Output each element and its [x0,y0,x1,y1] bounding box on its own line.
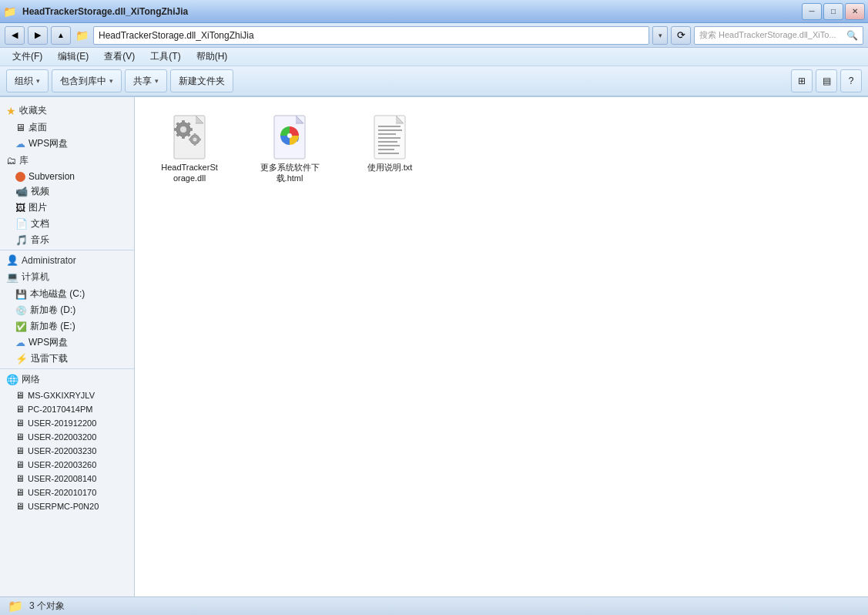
sidebar-item-documents[interactable]: 📄 文档 [0,216,134,232]
pictures-icon: 🖼 [15,202,25,213]
sidebar-divider-2 [0,368,134,369]
sidebar-admin-label: Administrator [22,255,76,266]
network-computer-icon-2: 🖥 [15,404,25,415]
file-item-dll[interactable]: HeadTrackerStorage.dll [147,109,232,187]
sidebar-item-network-6[interactable]: 🖥 USER-202003260 [0,458,134,472]
sidebar-item-network-7[interactable]: 🖥 USER-202008140 [0,472,134,486]
address-folder-icon: 📁 [75,29,89,42]
sidebar-videos-label: 视频 [31,185,49,198]
music-icon: 🎵 [15,234,28,246]
minimize-button[interactable]: ─ [802,3,822,20]
sidebar-item-subversion[interactable]: Subversion [0,170,134,183]
sidebar-thunder-label: 迅雷下载 [31,352,68,365]
statusbar-count: 3 个对象 [29,600,65,613]
sidebar-disk-d-label: 新加卷 (D:) [30,304,75,317]
svg-rect-5 [174,128,178,131]
sidebar-item-videos[interactable]: 📹 视频 [0,183,134,200]
sidebar-item-network-4[interactable]: 🖥 USER-202003200 [0,430,134,444]
search-bar[interactable]: 搜索 HeadTrackerStorage.dll_XiTo... 🔍 [694,26,863,45]
sidebar-item-disk-e[interactable]: ✅ 新加卷 (E:) [0,318,134,334]
include-library-button[interactable]: 包含到库中 ▾ [52,69,122,92]
star-icon: ★ [6,105,16,117]
file-item-html[interactable]: 更多系统软件下载.html [247,109,332,187]
thunder-icon: ⚡ [15,353,28,365]
titlebar-left: 📁 HeadTrackerStorage.dll_XiTongZhiJia [3,5,188,18]
svg-rect-3 [182,120,185,124]
sidebar-network-9-label: USERPMC-P0N20 [28,502,99,511]
sidebar-item-pictures[interactable]: 🖼 图片 [0,200,134,216]
sidebar-item-network-3[interactable]: 🖥 USER-201912200 [0,416,134,430]
sidebar-favorites-label: 收藏夹 [19,104,47,117]
sidebar-computer-header[interactable]: 💻 计算机 [0,268,134,286]
sidebar-library-header[interactable]: 🗂 库 [0,152,134,170]
sidebar-network-label: 网络 [22,373,40,386]
sidebar-item-wps-cloud[interactable]: ☁ WPS网盘 [0,136,134,152]
titlebar-controls: ─ □ ✕ [802,3,865,20]
view-options-button[interactable]: ⊞ [791,69,813,92]
sidebar-item-disk-c[interactable]: 💾 本地磁盘 (C:) [0,286,134,302]
menu-view[interactable]: 查看(V) [98,49,141,65]
sidebar-documents-label: 文档 [31,217,49,230]
share-button[interactable]: 共享 ▾ [125,69,167,92]
organize-button[interactable]: 组织 ▾ [6,69,49,92]
svn-icon [15,172,25,182]
statusbar-folder-icon: 📁 [8,599,23,613]
new-folder-button[interactable]: 新建文件夹 [170,69,233,92]
help-button[interactable]: ? [840,69,862,92]
new-folder-label: 新建文件夹 [179,75,225,88]
address-path[interactable]: HeadTrackerStorage.dll_XiTongZhiJia [93,26,649,45]
statusbar: 📁 3 个对象 [0,597,868,615]
sidebar-item-network-9[interactable]: 🖥 USERPMC-P0N20 [0,499,134,513]
sidebar-pictures-label: 图片 [28,201,47,214]
back-button[interactable]: ◀ [5,26,25,45]
network-computer-icon-1: 🖥 [15,390,25,401]
sidebar-wps-cloud-label: WPS网盘 [28,137,68,150]
sidebar-item-network-5[interactable]: 🖥 USER-202003230 [0,444,134,458]
up-button[interactable]: ▲ [51,26,71,45]
refresh-button[interactable]: ⟳ [671,26,691,45]
desktop-icon: 🖥 [15,122,25,133]
txt-file-label: 使用说明.txt [367,162,413,173]
menu-edit[interactable]: 编辑(E) [52,49,95,65]
file-item-txt[interactable]: 使用说明.txt [347,109,432,176]
toolbar: 组织 ▾ 包含到库中 ▾ 共享 ▾ 新建文件夹 ⊞ ▤ ? [0,66,868,97]
network-computer-icon-8: 🖥 [15,487,25,498]
organize-dropdown-icon: ▾ [36,77,40,85]
sidebar-item-thunder[interactable]: ⚡ 迅雷下载 [0,351,134,367]
titlebar: 📁 HeadTrackerStorage.dll_XiTongZhiJia ─ … [0,0,868,23]
cloud-icon: ☁ [15,138,25,150]
sidebar-network-header[interactable]: 🌐 网络 [0,371,134,388]
view-toggle-button[interactable]: ▤ [816,69,837,92]
sidebar-item-disk-d[interactable]: 💿 新加卷 (D:) [0,302,134,318]
forward-button[interactable]: ▶ [28,26,48,45]
svg-point-12 [193,138,197,142]
sidebar-item-desktop[interactable]: 🖥 桌面 [0,119,134,136]
sidebar-item-wps-cloud2[interactable]: ☁ WPS网盘 [0,334,134,351]
txt-icon-svg [367,113,413,162]
sidebar-network-8-label: USER-202010170 [28,488,96,497]
close-button[interactable]: ✕ [845,3,865,20]
sidebar-administrator-header[interactable]: 👤 Administrator [0,252,134,268]
menu-help[interactable]: 帮助(H) [190,49,234,65]
sidebar-item-network-1[interactable]: 🖥 MS-GXKIXRYJLV [0,388,134,402]
svg-rect-16 [198,139,201,141]
sidebar-item-network-8[interactable]: 🖥 USER-202010170 [0,486,134,499]
address-dropdown-button[interactable]: ▾ [652,26,668,45]
sidebar-item-network-2[interactable]: 🖥 PC-20170414PM [0,402,134,416]
share-dropdown-icon: ▾ [155,77,159,85]
maximize-button[interactable]: □ [823,3,843,20]
include-label: 包含到库中 [60,75,106,88]
menu-tools[interactable]: 工具(T) [144,49,186,65]
menubar: 文件(F) 编辑(E) 查看(V) 工具(T) 帮助(H) [0,48,868,66]
sidebar-item-music[interactable]: 🎵 音乐 [0,232,134,248]
main-area: ★ 收藏夹 🖥 桌面 ☁ WPS网盘 🗂 库 Subversion 📹 视频 [0,97,868,597]
file-content-area: HeadTrackerStorage.dll [135,97,868,597]
sidebar-desktop-label: 桌面 [28,121,47,134]
txt-file-icon [367,113,413,159]
user-icon: 👤 [6,254,18,266]
network-computer-icon-3: 🖥 [15,418,25,428]
sidebar-favorites-header[interactable]: ★ 收藏夹 [0,102,134,119]
address-path-text: HeadTrackerStorage.dll_XiTongZhiJia [99,30,254,41]
sidebar-music-label: 音乐 [31,234,49,247]
menu-file[interactable]: 文件(F) [6,49,49,65]
